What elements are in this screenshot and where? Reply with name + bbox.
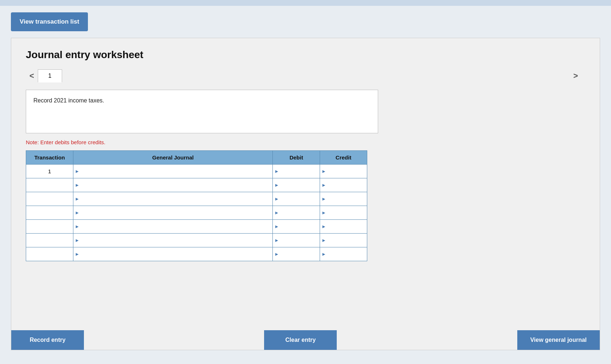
transaction-cell-0: 1 (26, 165, 73, 178)
cell-arrow-gj-6: ► (75, 251, 80, 257)
debit-cell-2[interactable]: ► (273, 192, 320, 206)
cell-arrow-credit-2: ► (321, 196, 326, 202)
credit-input-3[interactable] (327, 209, 365, 217)
general-journal-input-6[interactable] (80, 251, 271, 258)
general-journal-cell-4[interactable]: ► (73, 220, 272, 234)
debit-input-4[interactable] (280, 223, 318, 230)
next-tab-button[interactable]: > (570, 70, 582, 82)
cell-arrow-debit-4: ► (274, 224, 279, 229)
transaction-cell-5 (26, 234, 73, 247)
tab-navigation: < 1 > (26, 69, 585, 82)
clear-entry-button[interactable]: Clear entry (264, 330, 337, 350)
header-area: View transaction list (0, 6, 611, 38)
debit-cell-1[interactable]: ► (273, 178, 320, 192)
credit-cell-0[interactable]: ► (320, 165, 367, 178)
view-transaction-button[interactable]: View transaction list (11, 12, 88, 31)
transaction-cell-3 (26, 206, 73, 220)
debit-input-5[interactable] (280, 237, 318, 244)
cell-arrow-debit-1: ► (274, 182, 279, 188)
general-journal-cell-3[interactable]: ► (73, 206, 272, 220)
cell-arrow-gj-2: ► (75, 196, 80, 202)
cell-arrow-gj-3: ► (75, 210, 80, 215)
cell-arrow-gj-5: ► (75, 238, 80, 243)
table-row: ►►► (26, 220, 367, 234)
cell-arrow-credit-1: ► (321, 182, 326, 188)
general-journal-input-1[interactable] (80, 182, 271, 189)
description-text: Record 2021 income taxes. (33, 97, 104, 104)
transaction-cell-4 (26, 220, 73, 234)
debit-input-1[interactable] (280, 182, 318, 189)
description-box: Record 2021 income taxes. (26, 90, 378, 133)
record-entry-button[interactable]: Record entry (11, 330, 84, 350)
cell-arrow-credit-3: ► (321, 210, 326, 215)
credit-cell-4[interactable]: ► (320, 220, 367, 234)
table-row: ►►► (26, 234, 367, 247)
buttons-gap (84, 330, 264, 350)
cell-arrow-debit-6: ► (274, 251, 279, 257)
debit-cell-4[interactable]: ► (273, 220, 320, 234)
debit-input-0[interactable] (280, 168, 318, 175)
bottom-buttons: Record entry Clear entry View general jo… (11, 330, 600, 350)
table-header-row: Transaction General Journal Debit Credit (26, 151, 367, 165)
credit-cell-3[interactable]: ► (320, 206, 367, 220)
general-journal-cell-5[interactable]: ► (73, 234, 272, 247)
cell-arrow-gj-0: ► (75, 169, 80, 174)
debit-cell-5[interactable]: ► (273, 234, 320, 247)
credit-input-4[interactable] (327, 223, 365, 230)
table-row: ►►► (26, 192, 367, 206)
cell-arrow-credit-0: ► (321, 169, 326, 174)
general-journal-cell-0[interactable]: ► (73, 165, 272, 178)
cell-arrow-credit-4: ► (321, 224, 326, 229)
general-journal-input-4[interactable] (80, 223, 271, 230)
general-journal-input-5[interactable] (80, 237, 271, 244)
credit-input-2[interactable] (327, 195, 365, 203)
table-row: ►►► (26, 206, 367, 220)
general-journal-cell-2[interactable]: ► (73, 192, 272, 206)
debit-input-6[interactable] (280, 251, 318, 258)
main-content: Journal entry worksheet < 1 > Record 202… (11, 38, 600, 350)
top-bar (0, 0, 611, 6)
transaction-cell-1 (26, 178, 73, 192)
note-text: Note: Enter debits before credits. (26, 139, 585, 145)
journal-table: Transaction General Journal Debit Credit… (26, 150, 367, 261)
general-journal-cell-1[interactable]: ► (73, 178, 272, 192)
credit-cell-2[interactable]: ► (320, 192, 367, 206)
tab-1[interactable]: 1 (38, 69, 62, 82)
cell-arrow-credit-5: ► (321, 238, 326, 243)
prev-tab-button[interactable]: < (26, 70, 38, 82)
credit-cell-6[interactable]: ► (320, 247, 367, 261)
buttons-gap-2 (337, 330, 517, 350)
table-row: 1►►► (26, 165, 367, 178)
credit-input-5[interactable] (327, 237, 365, 244)
table-row: ►►► (26, 178, 367, 192)
col-header-debit: Debit (273, 151, 320, 165)
credit-cell-5[interactable]: ► (320, 234, 367, 247)
debit-cell-0[interactable]: ► (273, 165, 320, 178)
cell-arrow-debit-3: ► (274, 210, 279, 215)
view-general-journal-button[interactable]: View general journal (517, 330, 600, 350)
col-header-transaction: Transaction (26, 151, 73, 165)
transaction-cell-2 (26, 192, 73, 206)
credit-input-0[interactable] (327, 168, 365, 175)
general-journal-cell-6[interactable]: ► (73, 247, 272, 261)
general-journal-input-0[interactable] (80, 168, 271, 175)
debit-input-3[interactable] (280, 209, 318, 217)
table-body: 1►►►►►►►►►►►►►►►►►►►►► (26, 165, 367, 261)
debit-cell-6[interactable]: ► (273, 247, 320, 261)
cell-arrow-debit-0: ► (274, 169, 279, 174)
cell-arrow-gj-1: ► (75, 182, 80, 188)
credit-input-6[interactable] (327, 251, 365, 258)
cell-arrow-debit-5: ► (274, 238, 279, 243)
cell-arrow-credit-6: ► (321, 251, 326, 257)
cell-arrow-debit-2: ► (274, 196, 279, 202)
debit-cell-3[interactable]: ► (273, 206, 320, 220)
general-journal-input-3[interactable] (80, 209, 271, 217)
general-journal-input-2[interactable] (80, 195, 271, 203)
debit-input-2[interactable] (280, 195, 318, 203)
table-row: ►►► (26, 247, 367, 261)
credit-input-1[interactable] (327, 182, 365, 189)
credit-cell-1[interactable]: ► (320, 178, 367, 192)
col-header-general-journal: General Journal (73, 151, 272, 165)
transaction-cell-6 (26, 247, 73, 261)
col-header-credit: Credit (320, 151, 367, 165)
